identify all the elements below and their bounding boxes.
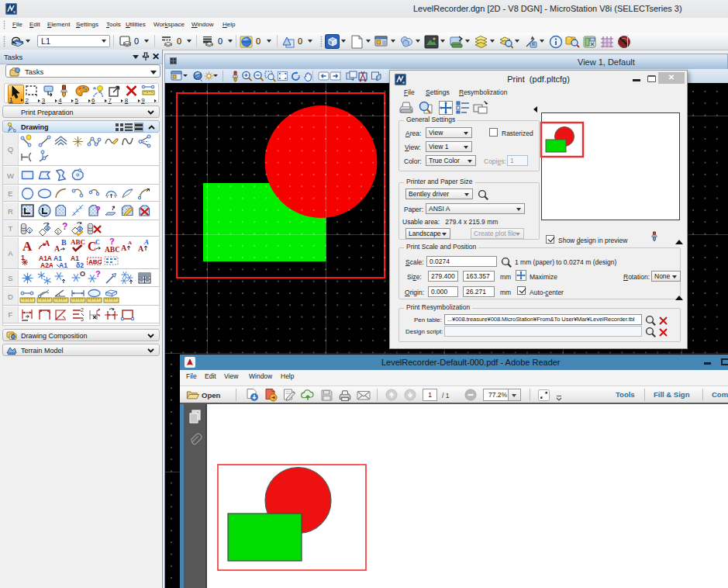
tool-e-arcdots[interactable] xyxy=(70,185,86,202)
class-dropdown-icon[interactable] xyxy=(267,40,271,43)
area-select[interactable]: View xyxy=(426,127,472,138)
tool-q-curvepts[interactable] xyxy=(86,133,102,150)
tool-s-flake2[interactable] xyxy=(36,270,53,286)
maxcross-icon[interactable] xyxy=(516,270,526,281)
tool-a-spell[interactable]: ABC xyxy=(70,237,86,254)
show-design-checkbox[interactable] xyxy=(546,235,554,244)
fitview-icon[interactable] xyxy=(276,70,288,82)
winarea-icon[interactable] xyxy=(264,70,276,82)
task-tool-palette[interactable]: 5 xyxy=(74,85,91,104)
task-tool-fence[interactable]: 3 xyxy=(41,85,57,104)
adobe-tab-fill-sign[interactable]: Fill & Sign xyxy=(654,390,689,399)
adobe-maximize-icon[interactable] xyxy=(721,358,728,365)
tool-e-arcsmall[interactable] xyxy=(86,185,102,202)
tool-a-edit[interactable]: AB xyxy=(53,237,69,254)
tool-a-find[interactable]: ABC? xyxy=(103,237,119,254)
vnext-icon[interactable] xyxy=(329,70,341,82)
tool-a-A[interactable]: A xyxy=(19,237,36,254)
tool-r-hatchq[interactable]: ? xyxy=(86,202,102,219)
viewattr-dropdown-icon[interactable] xyxy=(183,74,188,77)
tool-e-ellipse[interactable] xyxy=(36,185,53,202)
tool-q-multiline[interactable] xyxy=(53,133,69,150)
zoom-minus-icon[interactable] xyxy=(464,388,478,402)
origin-x-input[interactable]: 0.000 xyxy=(428,286,458,297)
adobe-menu-file[interactable]: File xyxy=(186,372,197,380)
ad-mail-icon[interactable] xyxy=(357,388,371,402)
tool-w-shape[interactable] xyxy=(36,167,53,183)
task-tool-expand-arrow[interactable] xyxy=(38,99,40,102)
tool-f-stack[interactable]: 25 xyxy=(70,306,86,323)
clipvol-icon[interactable] xyxy=(357,70,369,82)
tool-d-dist[interactable] xyxy=(19,288,36,304)
autocenter-checkbox[interactable] xyxy=(517,286,526,295)
layout-list-icon[interactable] xyxy=(125,123,133,131)
pointcloud-dropdown-icon[interactable] xyxy=(440,40,445,43)
tool-w-rect[interactable] xyxy=(19,167,36,183)
searchfolder-icon[interactable] xyxy=(565,34,580,49)
references-icon[interactable] xyxy=(374,34,389,49)
adobe-menu-window[interactable]: Window xyxy=(249,372,272,380)
task-tool-expand-arrow[interactable] xyxy=(21,99,23,102)
color-select[interactable]: True Color xyxy=(426,155,476,166)
tool-d-box[interactable] xyxy=(103,288,119,304)
tool-a-up2[interactable]: AA xyxy=(136,237,153,254)
menu-edit[interactable]: Edit xyxy=(29,21,40,28)
rotatev-icon[interactable] xyxy=(289,70,302,82)
eleminfo-icon[interactable] xyxy=(523,34,538,49)
menubar-grip[interactable] xyxy=(3,20,5,29)
vprev-icon[interactable] xyxy=(317,70,329,82)
pen-table-input[interactable]: ...¥008.treasure¥008.MicroStation¥From&T… xyxy=(444,314,642,325)
weight-dropdown-icon[interactable] xyxy=(228,40,233,43)
task-tool-expand-arrow[interactable] xyxy=(121,99,123,102)
layout-panel-icon[interactable] xyxy=(134,123,143,132)
tool-s-arrow[interactable] xyxy=(103,270,119,286)
origin-y-input[interactable]: 26.271 xyxy=(463,286,495,297)
menu-window[interactable]: Window xyxy=(191,21,213,28)
menu-settings[interactable]: Settings xyxy=(76,21,98,28)
attributes-dropdown-icon[interactable] xyxy=(26,40,30,43)
ad-saveas-icon[interactable] xyxy=(245,388,259,402)
attr-class-icon[interactable] xyxy=(239,34,254,49)
task-tool-brush[interactable]: 4 xyxy=(57,85,74,104)
attr-color-icon[interactable] xyxy=(118,34,133,49)
tool-r-hatchpen[interactable] xyxy=(119,202,136,219)
adobe-tab-tools[interactable]: Tools xyxy=(616,390,635,399)
nav-up-icon[interactable] xyxy=(385,388,399,402)
nosign-icon[interactable] xyxy=(616,34,631,49)
tool-t-tag2[interactable]: 2 xyxy=(36,221,53,237)
tool-f-dim1[interactable] xyxy=(19,306,36,323)
newfile-icon[interactable] xyxy=(350,34,364,49)
tool-r-hatch2[interactable] xyxy=(36,202,53,219)
collapse-preview-arrow-icon[interactable] xyxy=(675,240,683,244)
attributes-icon[interactable] xyxy=(10,34,25,49)
references-dropdown-icon[interactable] xyxy=(391,40,395,43)
redx-sm-icon[interactable] xyxy=(658,316,668,326)
task-tool-expand-arrow[interactable] xyxy=(154,99,157,102)
adobe-menu-view[interactable]: View xyxy=(224,372,238,380)
primary-toolbar-grip[interactable] xyxy=(320,36,323,47)
task-tool-measure[interactable]: 9 xyxy=(140,85,157,104)
task-tool-move-box[interactable]: 7 xyxy=(107,85,123,104)
tool-q-sketch[interactable] xyxy=(103,133,119,150)
ad-print-icon[interactable] xyxy=(338,388,352,402)
menu-element[interactable]: Element xyxy=(47,21,70,28)
eleminfo-dropdown-icon[interactable] xyxy=(540,40,544,43)
tool-t-tag1[interactable]: 1 xyxy=(19,221,36,237)
accudraw-icon[interactable] xyxy=(582,34,597,49)
adobe-tab-comment[interactable]: Comment xyxy=(712,390,728,399)
tool-r-hatch1[interactable] xyxy=(19,202,36,219)
task-tool-sel-dashed[interactable]: 2 xyxy=(24,85,40,104)
adobe-titlebar[interactable]: LevelRecorder-Default-000.pdf - Adobe Re… xyxy=(180,355,728,370)
tool-e-arcmod[interactable] xyxy=(136,185,153,202)
tool-f-corner[interactable] xyxy=(36,306,53,323)
color-dropdown-icon[interactable] xyxy=(144,40,149,43)
collapse-scale-arrow-icon[interactable] xyxy=(675,296,683,300)
tool-q-point[interactable] xyxy=(70,133,86,150)
tool-e-half[interactable] xyxy=(103,185,119,202)
size-width-input[interactable]: 279.400 xyxy=(428,271,458,282)
tool-a-al1[interactable]: A1A1 xyxy=(53,253,69,269)
tool-d-angle[interactable] xyxy=(53,288,69,304)
models-dropdown-icon[interactable] xyxy=(341,40,346,43)
ad-export-icon[interactable] xyxy=(264,388,278,402)
ad-cloud-icon[interactable] xyxy=(301,388,315,402)
